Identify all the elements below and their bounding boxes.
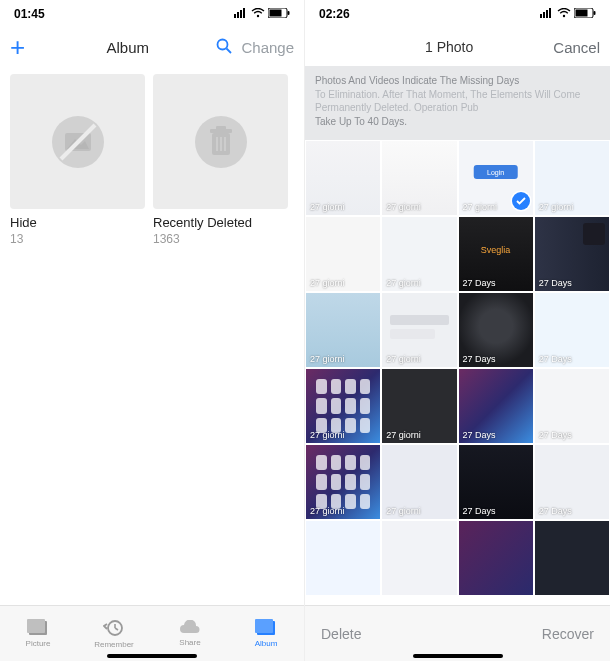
status-icons (234, 7, 290, 21)
album-icon (255, 619, 277, 637)
photo-thumb[interactable] (534, 520, 610, 596)
svg-rect-3 (243, 8, 245, 18)
photo-thumb[interactable]: 27 Days (458, 444, 534, 520)
photo-grid: 27 giorni 27 giorni Login27 giorni 27 gi… (305, 140, 610, 661)
days-label: 27 Days (539, 430, 572, 440)
days-label: 27 giorni (310, 278, 345, 288)
photo-thumb[interactable]: Sveglia27 Days (458, 216, 534, 292)
photo-thumb[interactable]: 27 Days (458, 368, 534, 444)
recently-deleted-screen: 02:26 1 Photo Cancel Photos And Videos I… (305, 0, 610, 661)
days-label: 27 giorni (386, 430, 421, 440)
photo-thumb[interactable]: 27 giorni (305, 216, 381, 292)
svg-rect-30 (546, 10, 548, 18)
select-nav: 1 Photo Cancel (305, 28, 610, 66)
photo-thumb[interactable]: 27 Days (534, 292, 610, 368)
days-label: 27 giorni (310, 506, 345, 516)
nav-title: Album (40, 39, 215, 56)
days-label: 27 Days (463, 278, 496, 288)
days-label: 27 giorni (310, 430, 345, 440)
svg-rect-29 (543, 12, 545, 18)
days-label: 27 giorni (310, 202, 345, 212)
banner-line: Permanently Deleted. Operation Pub (315, 101, 600, 115)
svg-rect-34 (576, 10, 588, 17)
home-indicator[interactable] (413, 654, 503, 658)
photo-thumb[interactable]: 27 giorni (305, 444, 381, 520)
svg-rect-27 (255, 619, 273, 633)
delete-button[interactable]: Delete (321, 626, 361, 642)
photo-thumb[interactable]: 27 giorni (381, 216, 457, 292)
svg-rect-0 (234, 14, 236, 18)
cancel-button[interactable]: Cancel (553, 39, 600, 56)
signal-icon (540, 7, 554, 21)
album-hidden[interactable]: Hide 13 (10, 74, 145, 246)
tab-pictures[interactable]: Picture (0, 606, 76, 661)
tab-share[interactable]: Share (152, 606, 228, 661)
svg-rect-2 (240, 10, 242, 18)
deleted-album-thumb (153, 74, 288, 209)
svg-line-9 (227, 48, 232, 53)
login-badge: Login (473, 165, 518, 179)
info-banner: Photos And Videos Indicate The Missing D… (305, 66, 610, 140)
photo-thumb[interactable]: 27 giorni (305, 368, 381, 444)
cloud-icon (178, 620, 202, 636)
album-label: Hide (10, 215, 145, 230)
svg-line-25 (115, 628, 118, 630)
photo-thumb[interactable]: 27 Days (534, 444, 610, 520)
album-recently-deleted[interactable]: Recently Deleted 1363 (153, 74, 288, 246)
album-grid: Hide 13 Recently Deleted 1363 (0, 66, 304, 254)
photo-thumb[interactable] (458, 520, 534, 596)
photo-thumb[interactable] (305, 520, 381, 596)
days-label: 27 Days (463, 506, 496, 516)
photo-thumb[interactable]: 27 Days (534, 216, 610, 292)
photo-thumb[interactable]: 27 Days (534, 368, 610, 444)
tab-album[interactable]: Album (228, 606, 304, 661)
battery-icon (574, 7, 596, 21)
svg-rect-7 (288, 11, 290, 15)
dark-square (583, 223, 605, 245)
svg-point-4 (257, 15, 259, 17)
recover-button[interactable]: Recover (542, 626, 594, 642)
days-label: 27 giorni (463, 202, 498, 212)
days-label: 27 giorni (386, 202, 421, 212)
banner-line: Photos And Videos Indicate The Missing D… (315, 74, 600, 88)
svg-rect-28 (540, 14, 542, 18)
photo-thumb[interactable]: 27 giorni (305, 140, 381, 216)
svg-rect-1 (237, 12, 239, 18)
add-album-button[interactable]: + (10, 32, 40, 63)
tab-bar: Picture Remember Share Album (0, 605, 304, 661)
trash-icon (192, 113, 250, 171)
album-count: 1363 (153, 232, 288, 246)
banner-line: Take Up To 40 Days. (315, 115, 600, 129)
banner-line: To Elimination. After That Moment, The E… (315, 88, 600, 102)
photo-thumb[interactable]: 27 Days (458, 292, 534, 368)
photo-thumb[interactable]: 27 giorni (381, 292, 457, 368)
selected-check-icon (512, 192, 530, 210)
selection-count: 1 Photo (345, 39, 553, 55)
days-label: 27 Days (539, 506, 572, 516)
days-label: 27 Days (463, 354, 496, 364)
clock-back-icon (103, 618, 125, 638)
photo-thumb[interactable]: Login27 giorni (458, 140, 534, 216)
svg-rect-17 (216, 126, 226, 130)
photo-thumb[interactable]: 27 giorni (381, 140, 457, 216)
edit-button[interactable]: Change (241, 39, 294, 56)
tab-remember[interactable]: Remember (76, 606, 152, 661)
photo-thumb[interactable] (381, 520, 457, 596)
photo-thumb[interactable]: 27 giorni (305, 292, 381, 368)
tab-label: Share (179, 638, 200, 647)
signal-icon (234, 7, 248, 21)
photo-slash-icon (49, 113, 107, 171)
action-bar: Delete Recover (305, 605, 610, 661)
svg-rect-6 (270, 10, 282, 17)
photo-thumb[interactable]: 27 giorni (534, 140, 610, 216)
days-label: 27 Days (539, 278, 572, 288)
days-label: 27 giorni (386, 354, 421, 364)
photo-thumb[interactable]: 27 giorni (381, 444, 457, 520)
album-count: 13 (10, 232, 145, 246)
home-indicator[interactable] (107, 654, 197, 658)
days-label: 27 giorni (386, 506, 421, 516)
days-label: 27 giorni (539, 202, 574, 212)
search-icon[interactable] (215, 37, 233, 58)
photo-thumb[interactable]: 27 giorni (381, 368, 457, 444)
svg-rect-35 (594, 11, 596, 15)
